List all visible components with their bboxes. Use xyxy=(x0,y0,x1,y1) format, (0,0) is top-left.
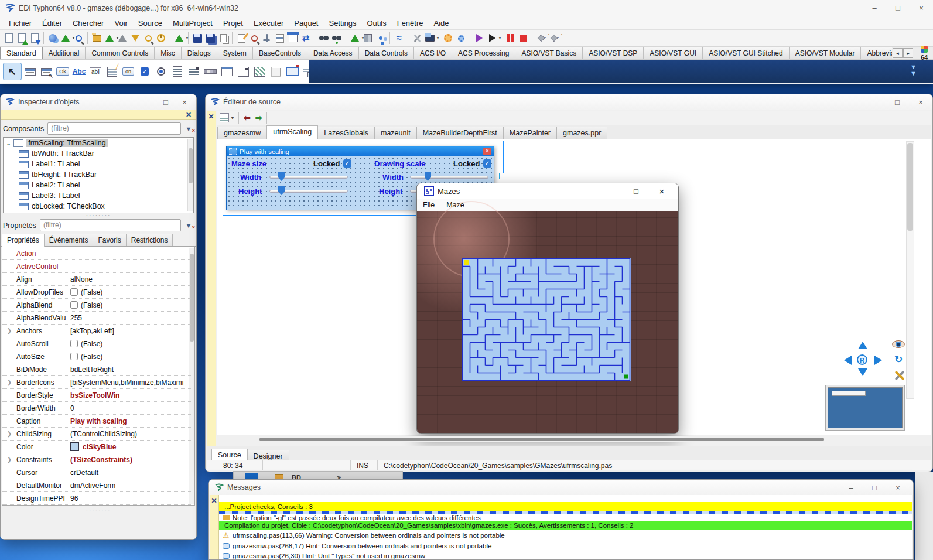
property-value[interactable]: (False) xyxy=(67,301,194,309)
close-button[interactable]: × xyxy=(886,480,910,495)
message-row[interactable]: Note: l'option "-gl" est passée deux foi… xyxy=(219,514,912,521)
message-row[interactable]: gmazesmw.pas(26,30) Hint: Unit "Types" n… xyxy=(219,551,912,560)
menu-aide[interactable]: Aide xyxy=(429,18,454,29)
minimize-button[interactable]: – xyxy=(862,94,886,110)
maximize-button[interactable]: □ xyxy=(623,183,649,199)
palette-tab-asio-vst-dsp[interactable]: ASIO/VST DSP xyxy=(582,47,644,59)
expand-icon[interactable]: ❯ xyxy=(2,456,16,463)
tcheckbox-icon[interactable]: ✓ xyxy=(137,63,153,80)
palette-tab-asio-vst-gui[interactable]: ASIO/VST GUI xyxy=(643,47,703,59)
quick-options-icon[interactable] xyxy=(455,32,467,44)
palette-tab-data-controls[interactable]: Data Controls xyxy=(358,47,414,59)
palette-tab-standard[interactable]: Standard xyxy=(0,47,43,59)
editor-title-bar[interactable]: Éditeur de source – □ × xyxy=(206,94,932,110)
components-filter-input[interactable]: (filtre) xyxy=(47,122,181,135)
inspector-tab-propri-t-s[interactable]: Propriétés xyxy=(2,234,45,247)
inspector-title-bar[interactable]: Inspecteur d'objets – □ × xyxy=(1,94,196,110)
palette-tab-asio-vst-basics[interactable]: ASIO/VST Basics xyxy=(515,47,583,59)
edit-source-icon[interactable] xyxy=(235,32,247,44)
project-graph-icon[interactable] xyxy=(375,32,387,44)
property-value[interactable]: (False) xyxy=(67,288,194,296)
property-row-bidimode[interactable]: BiDiModebdLeftToRight xyxy=(2,363,194,376)
minimize-button[interactable]: – xyxy=(839,480,863,495)
property-value[interactable]: clSkyBlue xyxy=(67,442,194,451)
checkbox-icon[interactable] xyxy=(70,340,78,347)
pause-icon[interactable] xyxy=(504,32,516,44)
property-value[interactable]: Play with scaling xyxy=(67,417,194,425)
minimize-button[interactable]: – xyxy=(597,183,623,199)
open-package-icon[interactable] xyxy=(91,32,102,44)
navigate-back-icon[interactable]: ⬅ xyxy=(244,113,251,122)
property-row-designtimeppi[interactable]: DesignTimePPI96 xyxy=(2,492,194,505)
find-in-project-icon[interactable] xyxy=(73,32,84,44)
form-preview-thumbnail[interactable] xyxy=(825,385,905,431)
palette-tab-common-controls[interactable]: Common Controls xyxy=(85,47,155,59)
expand-icon[interactable]: ❯ xyxy=(2,379,16,385)
tscrollbar-icon[interactable] xyxy=(203,63,218,80)
dropdown-arrow-icon[interactable]: ▼ xyxy=(230,115,235,121)
message-row[interactable]: Compilation du projet, Cible : C:\codety… xyxy=(219,521,912,530)
trackbar-thumb[interactable] xyxy=(278,186,285,195)
tcheckgroup-icon[interactable] xyxy=(252,63,268,80)
mazes-app-window[interactable]: Mazes – □ × FileMaze xyxy=(416,183,679,434)
close-button[interactable]: × xyxy=(910,0,933,15)
property-row-alphablendvalu[interactable]: AlphaBlendValu255 xyxy=(2,312,194,325)
move-left-icon[interactable] xyxy=(844,356,852,365)
property-row-autoscroll[interactable]: AutoScroll(False) xyxy=(2,337,194,350)
splitter-handle[interactable]: ········ xyxy=(1,213,196,219)
chevron-down-icon[interactable]: ▼▼ xyxy=(910,64,917,77)
properties-filter-input[interactable]: (filtre) xyxy=(40,219,181,231)
filter-funnel-icon[interactable]: ▼ xyxy=(183,222,194,229)
open-package-file-icon[interactable]: ▼ xyxy=(104,32,115,44)
tree-item-cblocked[interactable]: cbLocked: TCheckBox xyxy=(4,201,193,211)
property-value[interactable]: dmActiveForm xyxy=(67,482,194,490)
tframe-icon[interactable] xyxy=(285,63,300,80)
palette-tab-basecontrols[interactable]: BaseControls xyxy=(252,47,307,59)
property-value[interactable]: crDefault xyxy=(67,469,194,477)
build-project-icon[interactable] xyxy=(362,32,374,44)
palette-tab-system[interactable]: System xyxy=(217,47,253,59)
palette-tab-asio-vst-gui-stitched[interactable]: ASIO/VST GUI Stitched xyxy=(702,47,790,59)
cut-tool-icon[interactable] xyxy=(411,32,423,44)
editor-horizontal-scrollbar[interactable] xyxy=(257,436,831,442)
tedit-icon[interactable]: abI xyxy=(88,63,104,80)
property-value[interactable]: bdLeftToRight xyxy=(67,366,194,374)
property-value[interactable]: (TControlChildSizing) xyxy=(67,430,194,438)
file-tab-mazepainter[interactable]: MazePainter xyxy=(503,127,557,139)
step-over-icon[interactable] xyxy=(535,32,547,44)
minimize-button[interactable]: – xyxy=(138,94,156,110)
property-row-autosize[interactable]: AutoSize(False) xyxy=(2,350,194,363)
file-tab-mazebuilderdepthfirst[interactable]: MazeBuilderDepthFirst xyxy=(416,127,504,139)
menu-settings[interactable]: Settings xyxy=(323,18,361,29)
menu-outils[interactable]: Outils xyxy=(361,18,391,29)
menu-fichier[interactable]: Fichier xyxy=(4,18,37,29)
maximize-button[interactable]: □ xyxy=(886,0,910,15)
palette-tab-data-access[interactable]: Data Access xyxy=(307,47,359,59)
tree-item-label3[interactable]: Label3: TLabel xyxy=(4,190,193,201)
property-row-cursor[interactable]: CursorcrDefault xyxy=(2,466,194,479)
property-row-childsizing[interactable]: ❯ChildSizing(TControlChildSizing) xyxy=(2,428,194,441)
run-icon[interactable]: ▼ xyxy=(486,32,498,44)
run-without-debugging-icon[interactable] xyxy=(473,32,485,44)
palette-scroll-left-button[interactable]: ◂ xyxy=(893,48,903,58)
build-mode-icon[interactable]: ▼ xyxy=(349,32,361,44)
property-value[interactable]: alNone xyxy=(67,275,194,284)
property-row-color[interactable]: ColorclSkyBlue xyxy=(2,441,194,453)
jump-list-icon[interactable] xyxy=(220,113,229,122)
tree-item-label1[interactable]: Label1: TLabel xyxy=(4,159,193,169)
close-button[interactable]: × xyxy=(649,183,675,199)
property-row-caption[interactable]: CaptionPlay with scaling xyxy=(2,415,194,428)
file-tab-gmazes-ppr[interactable]: gmazes.ppr xyxy=(556,127,607,139)
property-value[interactable]: 255 xyxy=(67,314,194,322)
property-row-activecontrol[interactable]: ActiveControl xyxy=(2,260,194,273)
compile-settings-icon[interactable] xyxy=(442,32,454,44)
message-row[interactable]: ⚠ufrmscaling.pas(113,66) Warning: Conver… xyxy=(219,530,912,541)
palette-scroll-right-button[interactable]: ▸ xyxy=(903,48,913,58)
tools-icon[interactable] xyxy=(893,370,905,381)
open-file-icon[interactable] xyxy=(29,32,40,44)
inspector-tab-favoris[interactable]: Favoris xyxy=(93,234,126,246)
mazes-menu-file[interactable]: File xyxy=(417,200,440,210)
new-unit-icon[interactable] xyxy=(3,32,15,44)
navigate-forward-icon[interactable]: ➡ xyxy=(255,113,262,122)
ide-title-bar[interactable]: EDI Typhon64 v8.0 - gmazes (débogage...)… xyxy=(0,0,933,16)
